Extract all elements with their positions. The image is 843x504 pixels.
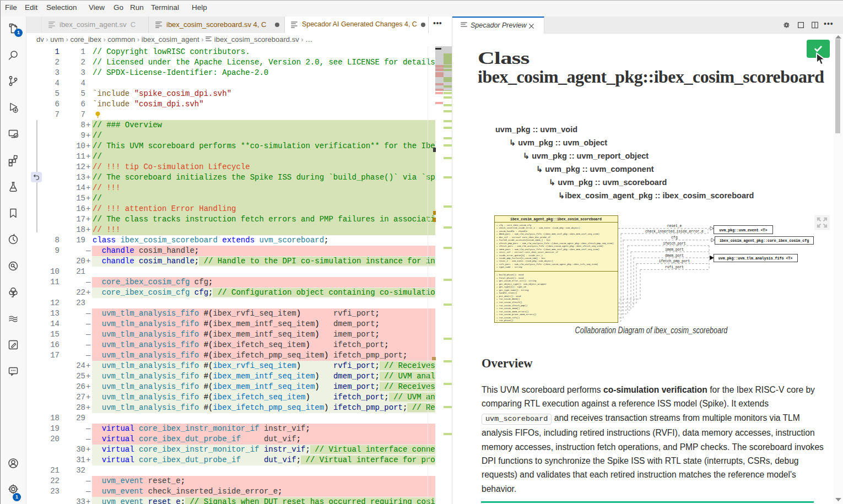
svg-text:dmem_port: dmem_port	[665, 254, 684, 258]
svg-text:+ run_cosim_imem_errors(): + run_cosim_imem_errors()	[496, 311, 528, 313]
svg-text:+ run_phase(): + run_phase()	[496, 319, 513, 322]
svg-text:+ reset_e : uvm_event #(uvm_pk: + reset_e : uvm_event #(uvm_pkg::uvm_obj…	[496, 260, 553, 262]
svg-text:+ dmem_port : uvm_tlm_analysis: + dmem_port : uvm_tlm_analysis_fifo #(ib…	[496, 233, 599, 235]
svg-text:+ build_phase(): void: + build_phase(): void	[496, 274, 523, 276]
svg-text:+ dut_vif : virtual core_ibex_: + dut_vif : virtual core_ibex_dut_probe_…	[496, 236, 551, 239]
svg-text:+ get_cosim_error_str(): strin: + get_cosim_error_str(): string	[496, 280, 536, 282]
svg-text:+ pre_abort(): void: + pre_abort(): void	[496, 295, 521, 297]
svg-text:+ ifetch_pmp_port : uvm_tlm_an: + ifetch_pmp_port : uvm_tlm_analysis_fif…	[496, 242, 613, 245]
svg-text:reset_e: reset_e	[667, 224, 682, 228]
svg-text:+ failed_iside_accesses[cosim_: + failed_iside_accesses[cosim_imem_] : b…	[496, 239, 550, 241]
svg-text:+ instr_vif : virtual core_ibe: + instr_vif : virtual core_ibex_instr_mo…	[496, 251, 559, 253]
svg-text:+ get_type[](): type_id: + get_type[](): type_id	[496, 286, 526, 288]
svg-text:+ get_object_type(): uvm_objec: + get_object_type(): uvm_object_wrapper	[496, 283, 547, 285]
svg-text:+ imem_port : uvm_tlm_analysis: + imem_port : uvm_tlm_analysis_fifo #(ib…	[496, 248, 599, 251]
svg-text:cfg: cfg	[671, 236, 678, 240]
svg-text:ifetch_port: ifetch_port	[663, 242, 686, 246]
svg-text:+ run_cosim_ifetch_pmp(): + run_cosim_ifetch_pmp()	[496, 305, 527, 307]
svg-text:uvm_pkg::uvm_tlm_analysis_fifo: uvm_pkg::uvm_tlm_analysis_fifo <T>	[718, 257, 793, 261]
svg-text:+ cosim_handle : chandle: + cosim_handle : chandle	[496, 230, 528, 232]
svg-text:+ run_cosim_ifetch(): + run_cosim_ifetch()	[496, 301, 522, 304]
svg-text:+ final_phase(): void: + final_phase(): void	[496, 277, 523, 279]
svg-text:+ run_cosim_rvfi(): + run_cosim_rvfi()	[496, 317, 520, 319]
svg-text:+ iside_error_queue[$] : iside: + iside_error_queue[$] : iside_err_t	[496, 254, 543, 257]
svg-text:+ rvfi_port : uvm_tlm_analysis: + rvfi_port : uvm_tlm_analysis_fifo #(ib…	[496, 263, 598, 265]
svg-text:ibex_cosim_agent_pkg::core_ibe: ibex_cosim_agent_pkg::core_ibex_cosim_cf…	[720, 239, 809, 243]
svg-text:+ run_cosim_imem(): + run_cosim_imem()	[496, 307, 520, 310]
svg-text:+ run_cosim_prune_imem_errors(: + run_cosim_prune_imem_errors()	[496, 313, 536, 316]
svg-text:ifetch_pmp_port: ifetch_pmp_port	[659, 259, 690, 263]
svg-text:+ handle_reset(): + handle_reset()	[496, 292, 517, 294]
svg-text:+ run_cosim_dmem(): + run_cosim_dmem()	[496, 298, 520, 300]
svg-text:+ cfg : core_ibex_cosim_cfg: + cfg : core_ibex_cosim_cfg	[496, 224, 531, 226]
svg-text:+ iside_pmp_failure[n_cosim_im: + iside_pmp_failure[n_cosim_imm] : bit	[496, 257, 545, 259]
svg-text:+ get_type_name(): string: + get_type_name(): string	[496, 289, 528, 291]
svg-text:check_inserted_iside_error_e: check_inserted_iside_error_e	[645, 230, 704, 234]
svg-text:uvm_pkg::uvm_event <T>: uvm_pkg::uvm_event <T>	[719, 229, 767, 232]
svg-text:ibex_cosim_agent_pkg::ibex_cos: ibex_cosim_agent_pkg::ibex_cosim_scorebo…	[510, 218, 602, 221]
svg-text:+ check_inserted_iside_error_e: + check_inserted_iside_error_e : uvm_eve…	[496, 227, 580, 229]
svg-text:imem_port: imem_port	[665, 248, 684, 252]
svg-text:+ ifetch_port : uvm_tlm_analys: + ifetch_port : uvm_tlm_analysis_fifo #(…	[496, 245, 603, 247]
svg-text:rvfi_port: rvfi_port	[665, 265, 684, 269]
svg-text:+ type_name : string: + type_name : string	[496, 266, 522, 268]
